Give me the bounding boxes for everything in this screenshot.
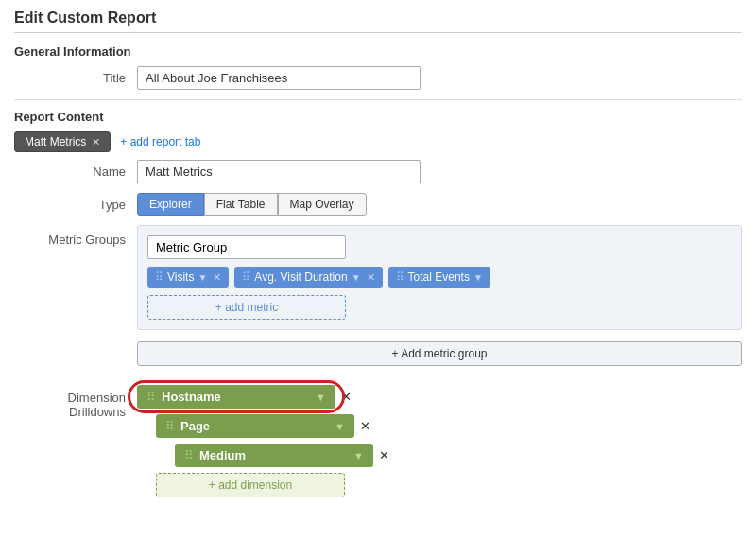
remove-medium-icon[interactable]: ✕ — [379, 448, 389, 462]
close-tab-icon[interactable]: ✕ — [92, 136, 100, 148]
metric-groups-label: Metric Groups — [14, 225, 137, 247]
metric-pill-avg-visit-duration: ⠿ Avg. Visit Duration ▼ ✕ — [234, 267, 382, 288]
dimension-pill-hostname: ⠿ Hostname ▼ — [137, 385, 335, 409]
name-label: Name — [14, 165, 137, 179]
type-button-group: Explorer Flat Table Map Overlay — [137, 193, 367, 216]
dropdown-avg-icon[interactable]: ▼ — [352, 272, 361, 283]
page-title: Edit Custom Report — [14, 9, 742, 33]
drag-handle-avg-icon: ⠿ — [242, 270, 250, 284]
dimension-pill-medium: ⠿ Medium ▼ — [175, 444, 373, 467]
hostname-highlight: ⠿ Hostname ▼ — [137, 385, 335, 409]
drag-handle-page-icon: ⠿ — [165, 419, 175, 433]
dropdown-visits-icon[interactable]: ▼ — [198, 272, 207, 283]
dropdown-hostname-icon[interactable]: ▼ — [316, 392, 326, 403]
add-report-tab-link[interactable]: + add report tab — [120, 135, 200, 148]
tab-bar: Matt Metrics ✕ + add report tab — [14, 131, 742, 152]
dimension-medium-label: Medium — [199, 448, 348, 462]
drag-handle-medium-icon: ⠿ — [184, 448, 194, 462]
metric-pill-visits: ⠿ Visits ▼ ✕ — [147, 267, 229, 288]
drag-handle-events-icon: ⠿ — [396, 270, 404, 284]
report-content-title: Report Content — [14, 110, 742, 124]
dropdown-page-icon[interactable]: ▼ — [335, 421, 345, 432]
remove-page-icon[interactable]: ✕ — [360, 419, 370, 433]
active-tab-label: Matt Metrics — [25, 135, 86, 148]
remove-avg-icon[interactable]: ✕ — [367, 271, 375, 284]
metric-events-label: Total Events — [408, 270, 470, 284]
title-label: Title — [14, 71, 137, 85]
remove-visits-icon[interactable]: ✕ — [213, 271, 221, 284]
remove-hostname-icon[interactable]: ✕ — [341, 390, 352, 404]
active-tab[interactable]: Matt Metrics ✕ — [14, 131, 111, 152]
name-input[interactable] — [137, 160, 421, 183]
type-label: Type — [14, 198, 137, 212]
type-map-overlay-button[interactable]: Map Overlay — [278, 193, 367, 216]
add-metric-group-button[interactable]: + Add metric group — [137, 341, 742, 366]
metric-group-name-input[interactable] — [147, 235, 346, 259]
dimension-pill-page: ⠿ Page ▼ — [156, 414, 354, 438]
dimension-drilldowns-label: Dimension Drilldowns — [14, 385, 137, 419]
metrics-row: ⠿ Visits ▼ ✕ ⠿ Avg. Visit Duration ▼ ✕ ⠿… — [147, 267, 731, 288]
dimension-drilldowns-row: Dimension Drilldowns ⠿ Hostname ▼ ✕ ⠿ Pa… — [14, 385, 742, 497]
metric-visits-label: Visits — [167, 270, 194, 284]
add-dimension-button[interactable]: + add dimension — [156, 473, 345, 497]
dropdown-events-icon[interactable]: ▼ — [473, 272, 483, 283]
drag-handle-hostname-icon: ⠿ — [146, 390, 156, 404]
metric-avg-label: Avg. Visit Duration — [254, 270, 347, 284]
dimension-items: ⠿ Hostname ▼ ✕ ⠿ Page ▼ ✕ ⠿ Medium ▼ ✕ — [137, 385, 389, 497]
title-input[interactable] — [137, 66, 421, 90]
type-flat-table-button[interactable]: Flat Table — [204, 193, 278, 216]
type-explorer-button[interactable]: Explorer — [137, 193, 204, 216]
dropdown-medium-icon[interactable]: ▼ — [353, 450, 364, 462]
drag-handle-visits-icon: ⠿ — [155, 270, 163, 284]
add-metric-button[interactable]: + add metric — [147, 295, 346, 320]
dimension-page-label: Page — [180, 419, 329, 433]
dimension-hostname-label: Hostname — [162, 390, 310, 404]
general-info-title: General Information — [14, 44, 742, 59]
metric-pill-total-events: ⠿ Total Events ▼ — [388, 267, 490, 288]
